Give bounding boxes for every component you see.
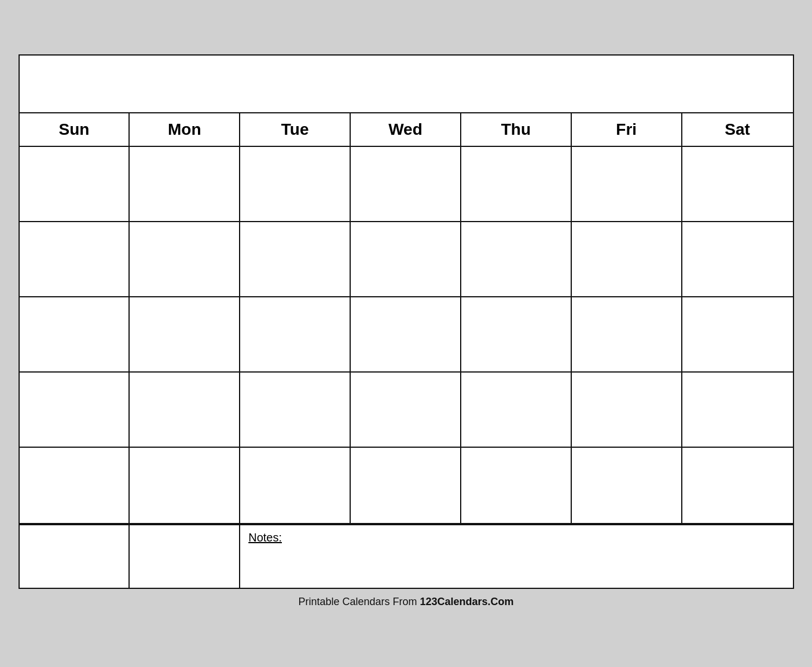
calendar-row-1 — [20, 147, 793, 222]
header-sun: Sun — [20, 113, 130, 147]
header-wed: Wed — [351, 113, 461, 147]
cell-r2-wed[interactable] — [351, 222, 461, 297]
cell-r5-sat[interactable] — [682, 448, 793, 523]
cell-r4-fri[interactable] — [572, 373, 682, 448]
cell-r4-thu[interactable] — [461, 373, 572, 448]
notes-empty-cell-1 — [20, 524, 130, 588]
cell-r2-mon[interactable] — [130, 222, 240, 297]
cell-r1-tue[interactable] — [240, 147, 351, 222]
cell-r3-wed[interactable] — [351, 297, 461, 373]
cell-r1-thu[interactable] — [461, 147, 572, 222]
notes-content-cell[interactable]: Notes: — [240, 524, 792, 588]
header-thu: Thu — [461, 113, 572, 147]
header-mon: Mon — [130, 113, 240, 147]
cell-r3-fri[interactable] — [572, 297, 682, 373]
cell-r3-tue[interactable] — [240, 297, 351, 373]
cell-r4-sun[interactable] — [20, 373, 130, 448]
cell-r4-wed[interactable] — [351, 373, 461, 448]
notes-empty-cell-2 — [130, 524, 240, 588]
header-sat: Sat — [682, 113, 793, 147]
cell-r3-sat[interactable] — [682, 297, 793, 373]
footer-text-plain: Printable Calendars From — [298, 596, 420, 607]
cell-r4-mon[interactable] — [130, 373, 240, 448]
cell-r1-mon[interactable] — [130, 147, 240, 222]
calendar-container: Sun Mon Tue Wed Thu Fri Sat — [19, 54, 794, 589]
cell-r4-tue[interactable] — [240, 373, 351, 448]
calendar-body — [20, 147, 793, 523]
calendar-row-2 — [20, 222, 793, 297]
calendar-footer: Printable Calendars From 123Calendars.Co… — [19, 589, 794, 613]
cell-r1-sat[interactable] — [682, 147, 793, 222]
calendar-title-row — [20, 56, 793, 113]
calendar-header: Sun Mon Tue Wed Thu Fri Sat — [20, 113, 793, 147]
cell-r2-sun[interactable] — [20, 222, 130, 297]
cell-r1-wed[interactable] — [351, 147, 461, 222]
notes-label: Notes: — [248, 531, 282, 544]
calendar-row-5 — [20, 448, 793, 523]
cell-r2-sat[interactable] — [682, 222, 793, 297]
cell-r5-tue[interactable] — [240, 448, 351, 523]
cell-r3-mon[interactable] — [130, 297, 240, 373]
calendar-row-4 — [20, 373, 793, 448]
header-tue: Tue — [240, 113, 351, 147]
cell-r3-sun[interactable] — [20, 297, 130, 373]
cell-r4-sat[interactable] — [682, 373, 793, 448]
cell-r5-thu[interactable] — [461, 448, 572, 523]
cell-r5-fri[interactable] — [572, 448, 682, 523]
notes-row: Notes: — [20, 523, 793, 588]
footer-text-bold: 123Calendars.Com — [420, 596, 514, 607]
header-fri: Fri — [572, 113, 682, 147]
cell-r5-mon[interactable] — [130, 448, 240, 523]
cell-r5-sun[interactable] — [20, 448, 130, 523]
cell-r5-wed[interactable] — [351, 448, 461, 523]
cell-r1-sun[interactable] — [20, 147, 130, 222]
cell-r2-thu[interactable] — [461, 222, 572, 297]
cell-r2-fri[interactable] — [572, 222, 682, 297]
calendar-row-3 — [20, 297, 793, 373]
cell-r1-fri[interactable] — [572, 147, 682, 222]
cell-r3-thu[interactable] — [461, 297, 572, 373]
cell-r2-tue[interactable] — [240, 222, 351, 297]
